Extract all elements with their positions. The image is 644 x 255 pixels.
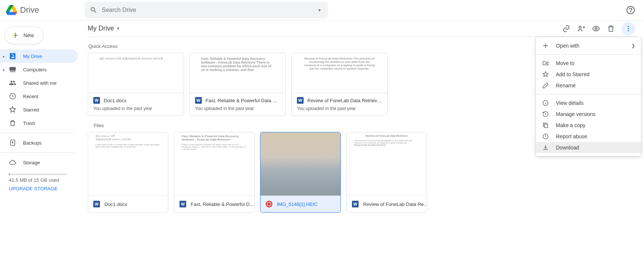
word-icon: W <box>352 201 359 207</box>
file-card[interactable]: Review of FoneLab Data RetrieverThe proc… <box>346 132 427 213</box>
quick-card[interactable]: Review of FoneLab Data Retriever The pro… <box>291 53 388 116</box>
search-icon <box>90 6 97 14</box>
history-icon <box>542 110 549 118</box>
toolbar: My Drive ▼ <box>88 20 635 37</box>
file-thumb <box>260 132 340 196</box>
quick-thumb: 你的 AdSense 页面 标题的如何使用 AdSense 全科页面 ... <box>88 53 184 93</box>
quick-title: Review of FoneLab Data Retriever - t... <box>307 98 382 103</box>
copy-icon <box>542 122 549 129</box>
quick-sub: You uploaded in the past year <box>195 106 280 111</box>
pencil-icon <box>542 82 549 89</box>
storage-bar <box>9 174 67 175</box>
file-card[interactable]: 你的 AdSense 页面标题的如何使用 AdSense 全科页面Lorem i… <box>88 132 168 213</box>
cm-add-starred[interactable]: Add to Starred <box>536 69 641 80</box>
divider <box>536 54 641 55</box>
divider <box>536 94 641 94</box>
context-menu: Open with ❯ Move to Add to Starred Renam… <box>536 37 641 156</box>
quick-thumb: Review of FoneLab Data Retriever The pro… <box>292 53 387 93</box>
get-link-icon[interactable] <box>562 25 570 33</box>
file-title: IMG_5146[1].HEIC <box>277 201 318 207</box>
search-options-dropdown-icon[interactable]: ▼ <box>316 7 323 14</box>
word-icon: W <box>195 97 202 104</box>
svg-point-1 <box>631 12 631 12</box>
cm-open-with[interactable]: Open with ❯ <box>536 40 641 51</box>
cm-report-abuse[interactable]: Report abuse <box>536 131 641 142</box>
drive-logo-icon <box>6 4 17 16</box>
storage-usage: 41.5 MB of 15 GB used <box>9 177 80 183</box>
cm-label: Move to <box>556 60 575 66</box>
cm-label: Manage versions <box>556 111 596 117</box>
svg-point-8 <box>628 30 629 31</box>
quick-card[interactable]: 你的 AdSense 页面 标题的如何使用 AdSense 全科页面 ... W… <box>88 53 184 116</box>
folder-move-icon <box>542 59 549 67</box>
preview-icon[interactable] <box>592 25 600 33</box>
sidebar-item-label: Backups <box>23 140 42 146</box>
sidebar-item-recent[interactable]: Recent <box>0 90 78 103</box>
sidebar-item-my-drive[interactable]: My Drive <box>0 49 78 63</box>
svg-point-4 <box>579 26 582 28</box>
breadcrumb-label: My Drive <box>88 25 114 32</box>
sidebar-item-backups[interactable]: Backups <box>0 136 78 149</box>
svg-point-6 <box>628 26 629 27</box>
search-input[interactable] <box>102 7 316 13</box>
sidebar-item-storage[interactable]: Storage <box>0 156 78 169</box>
image-icon <box>266 201 272 207</box>
word-icon: W <box>93 97 100 104</box>
file-title: Fast, Reliable & Powerful D... <box>191 201 254 207</box>
cm-label: Make a copy <box>556 122 585 128</box>
word-icon: W <box>297 97 304 104</box>
divider <box>0 152 74 153</box>
cm-label: View details <box>556 100 583 106</box>
chevron-right-icon: ❯ <box>631 43 635 48</box>
cm-download[interactable]: Download <box>536 142 641 153</box>
divider <box>0 133 74 133</box>
storage-block: 41.5 MB of 15 GB used UPGRADE STORAGE <box>0 169 80 191</box>
cm-view-details[interactable]: View details <box>536 97 641 109</box>
quick-sub: You uploaded in the past year <box>297 106 382 111</box>
svg-rect-10 <box>544 124 548 128</box>
search-bar[interactable]: ▼ <box>85 2 328 18</box>
delete-icon[interactable] <box>607 25 615 33</box>
upgrade-storage-link[interactable]: UPGRADE STORAGE <box>9 186 80 191</box>
svg-point-0 <box>627 6 634 14</box>
cm-label: Report abuse <box>556 133 587 139</box>
sidebar-item-shared[interactable]: Shared with me <box>0 76 78 90</box>
logo[interactable]: Drive <box>6 4 80 16</box>
backups-icon <box>9 139 16 146</box>
sidebar-item-label: Trash <box>23 120 35 126</box>
file-title: Doc1.docx <box>104 201 127 207</box>
file-thumb: 你的 AdSense 页面标题的如何使用 AdSense 全科页面Lorem i… <box>88 132 168 196</box>
cm-move-to[interactable]: Move to <box>536 58 641 69</box>
sidebar-item-computers[interactable]: Computers <box>0 63 78 76</box>
sidebar-item-label: Storage <box>23 160 40 165</box>
sidebar-item-label: Computers <box>23 67 47 72</box>
clock-icon <box>9 93 16 100</box>
svg-point-5 <box>595 28 597 30</box>
app-name: Drive <box>20 5 39 15</box>
quick-card[interactable]: Fast, Reliable & Powerful Data Recovery … <box>190 53 286 116</box>
file-card-selected[interactable]: IMG_5146[1].HEIC <box>260 132 341 213</box>
sidebar-item-label: Shared with me <box>23 80 56 86</box>
breadcrumb[interactable]: My Drive ▼ <box>88 25 120 32</box>
file-title: Review of FoneLab Data Re... <box>363 201 427 207</box>
sidebar-item-starred[interactable]: Starred <box>0 103 78 116</box>
more-actions-icon[interactable] <box>622 22 635 35</box>
people-icon <box>9 79 16 87</box>
sidebar-item-label: Recent <box>23 94 38 99</box>
help-icon[interactable] <box>626 6 635 14</box>
share-icon[interactable] <box>577 25 585 33</box>
cm-manage-versions[interactable]: Manage versions <box>536 109 641 120</box>
sidebar-item-trash[interactable]: Trash <box>0 116 78 130</box>
chevron-down-icon: ▼ <box>116 26 120 30</box>
sidebar-item-label: My Drive <box>23 54 42 59</box>
file-card[interactable]: Fast, Reliable & Powerful Data Recovery … <box>174 132 255 213</box>
cloud-icon <box>9 159 16 166</box>
file-thumb: Fast, Reliable & Powerful Data Recovery … <box>174 132 254 196</box>
cm-make-copy[interactable]: Make a copy <box>536 120 641 131</box>
computer-icon <box>9 66 16 73</box>
cm-rename[interactable]: Rename <box>536 80 641 91</box>
header: Drive ▼ <box>0 0 644 20</box>
warning-icon <box>542 133 549 140</box>
new-button[interactable]: New <box>4 26 44 44</box>
sidebar: New My Drive Computers Shared with me Re… <box>0 20 80 255</box>
